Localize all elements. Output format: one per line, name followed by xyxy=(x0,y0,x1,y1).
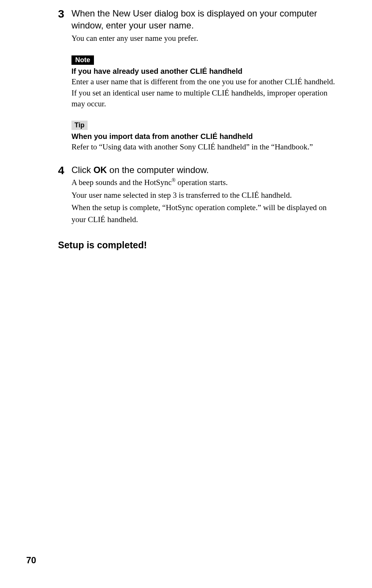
step-title-bold: OK xyxy=(94,165,107,175)
step-title-suffix: on the computer window. xyxy=(107,165,209,175)
step-4: 4 Click OK on the computer window. A bee… xyxy=(58,164,338,226)
setup-completed-heading: Setup is completed! xyxy=(58,240,338,251)
step-number: 4 xyxy=(58,164,71,226)
tip-heading: When you import data from another CLIÉ h… xyxy=(71,132,338,141)
step-title: Click OK on the computer window. xyxy=(71,164,338,176)
step-title: When the New User dialog box is displaye… xyxy=(71,7,338,32)
registered-mark: ® xyxy=(172,178,176,183)
step-desc-line: When the setup is complete, “HotSync ope… xyxy=(71,202,338,225)
note-heading: If you have already used another CLIÉ ha… xyxy=(71,67,338,76)
step-3: 3 When the New User dialog box is displa… xyxy=(58,7,338,44)
desc-text: operation starts. xyxy=(176,178,228,187)
step-description: You can enter any user name you prefer. xyxy=(71,33,338,45)
tip-label: Tip xyxy=(71,121,88,130)
step-desc-line: Your user name selected in step 3 is tra… xyxy=(71,190,338,201)
step-description: A beep sounds and the HotSync® operation… xyxy=(71,177,338,225)
page-content: 3 When the New User dialog box is displa… xyxy=(0,0,372,251)
tip-callout: Tip When you import data from another CL… xyxy=(58,121,338,152)
step-number: 3 xyxy=(58,7,71,44)
desc-text: A beep sounds and the HotSync xyxy=(71,178,172,187)
note-label: Note xyxy=(71,55,94,65)
page-number: 70 xyxy=(26,555,36,566)
step-body: Click OK on the computer window. A beep … xyxy=(71,164,338,226)
step-body: When the New User dialog box is displaye… xyxy=(71,7,338,44)
step-desc-line: A beep sounds and the HotSync® operation… xyxy=(71,177,338,189)
note-callout: Note If you have already used another CL… xyxy=(58,55,338,109)
step-title-prefix: Click xyxy=(71,165,94,175)
tip-text: Refer to “Using data with another Sony C… xyxy=(71,142,338,152)
note-text: Enter a user name that is different from… xyxy=(71,76,338,109)
